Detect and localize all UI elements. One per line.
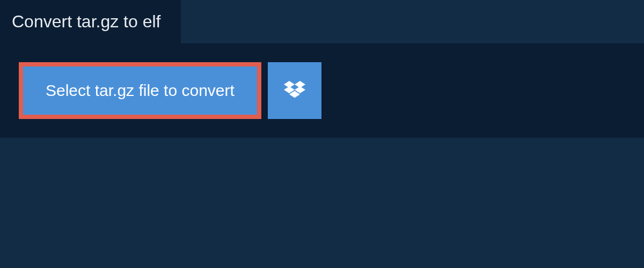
tab-title: Convert tar.gz to elf bbox=[12, 12, 160, 31]
file-select-row: Select tar.gz file to convert bbox=[19, 62, 625, 119]
dropbox-button[interactable] bbox=[268, 62, 321, 119]
converter-tab[interactable]: Convert tar.gz to elf bbox=[0, 0, 181, 43]
select-file-label: Select tar.gz file to convert bbox=[46, 81, 235, 100]
select-file-button[interactable]: Select tar.gz file to convert bbox=[19, 62, 261, 119]
dropbox-icon bbox=[284, 81, 305, 100]
converter-panel: Select tar.gz file to convert bbox=[0, 43, 644, 138]
